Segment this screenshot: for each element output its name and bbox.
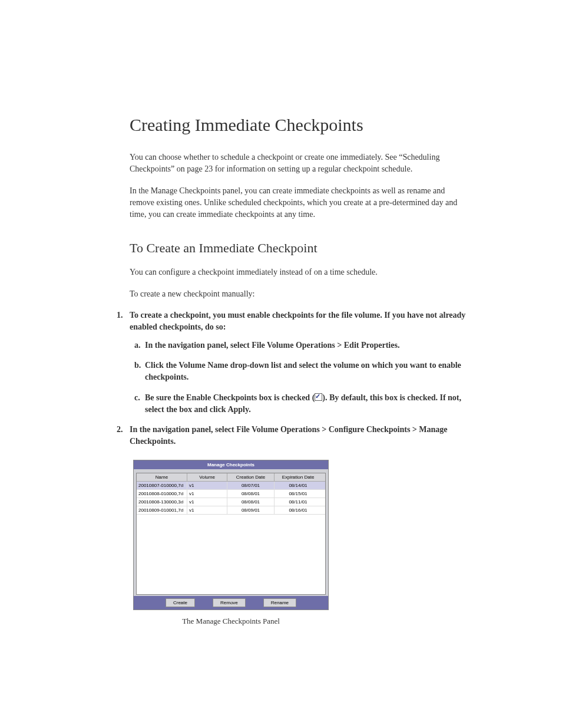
- section-heading: To Create an Immediate Checkpoint: [130, 241, 468, 256]
- page-heading: Creating Immediate Checkpoints: [130, 115, 468, 135]
- col-header-expiration-date[interactable]: Expiration Date: [275, 473, 322, 481]
- cell-name: 20010809-010001,7d: [137, 506, 187, 514]
- step-1b: Click the Volume Name drop-down list and…: [134, 360, 468, 384]
- panel-body: Name Volume Creation Date Expiration Dat…: [134, 469, 328, 596]
- table-row[interactable]: 20010808-130000,3dv108/08/0108/11/01: [137, 498, 325, 506]
- col-header-creation-date[interactable]: Creation Date: [227, 473, 275, 481]
- cell-expiration-date: 08/16/01: [275, 506, 322, 514]
- step-1a: In the navigation panel, select File Vol…: [134, 340, 468, 351]
- cell-creation-date: 08/08/01: [227, 490, 275, 498]
- cell-volume: v1: [187, 506, 227, 514]
- cell-name: 20010808-010000,7d: [137, 490, 187, 498]
- manage-checkpoints-panel: Manage Checkpoints Name Volume Creation …: [133, 460, 329, 610]
- create-button[interactable]: Create: [166, 598, 195, 607]
- cell-name: 20010807-010000,7d: [137, 482, 187, 489]
- cell-creation-date: 08/07/01: [227, 482, 275, 489]
- intro-paragraph-1: You can choose whether to schedule a che…: [130, 151, 468, 176]
- section-paragraph-1: You can configure a checkpoint immediate…: [130, 266, 468, 278]
- cell-expiration-date: 08/11/01: [275, 498, 322, 506]
- panel-footer: Create Remove Rename: [134, 596, 328, 610]
- table-header-row: Name Volume Creation Date Expiration Dat…: [137, 473, 325, 482]
- cell-expiration-date: 08/14/01: [275, 482, 322, 489]
- step-2: In the navigation panel, select File Vol…: [119, 424, 468, 448]
- checkbox-checked-icon: [315, 393, 322, 401]
- intro-paragraph-2: In the Manage Checkpoints panel, you can…: [130, 185, 468, 221]
- step-1-substeps: In the navigation panel, select File Vol…: [134, 340, 468, 416]
- remove-button[interactable]: Remove: [213, 598, 246, 607]
- cell-expiration-date: 08/15/01: [275, 490, 322, 498]
- checkpoints-table: Name Volume Creation Date Expiration Dat…: [136, 473, 326, 595]
- step-1-text: To create a checkpoint, you must enable …: [130, 311, 465, 331]
- section-paragraph-2: To create a new checkpoint manually:: [130, 288, 468, 300]
- table-body: 20010807-010000,7dv108/07/0108/14/012001…: [137, 482, 325, 515]
- manage-checkpoints-figure: Manage Checkpoints Name Volume Creation …: [133, 460, 329, 627]
- rename-button[interactable]: Rename: [263, 598, 296, 607]
- col-header-volume[interactable]: Volume: [187, 473, 227, 481]
- panel-title: Manage Checkpoints: [134, 460, 328, 469]
- cell-volume: v1: [187, 498, 227, 506]
- figure-caption: The Manage Checkpoints Panel: [133, 616, 329, 627]
- table-row[interactable]: 20010808-010000,7dv108/08/0108/15/01: [137, 490, 325, 498]
- step-1c: Be sure the Enable Checkpoints box is ch…: [134, 392, 468, 416]
- col-header-name[interactable]: Name: [137, 473, 187, 481]
- table-row[interactable]: 20010809-010001,7dv108/09/0108/16/01: [137, 506, 325, 515]
- document-page: Creating Immediate Checkpoints You can c…: [0, 0, 562, 691]
- step-1c-before: Be sure the Enable Checkpoints box is ch…: [145, 393, 315, 402]
- cell-volume: v1: [187, 490, 227, 498]
- cell-volume: v1: [187, 482, 227, 489]
- procedure-list: To create a checkpoint, you must enable …: [130, 309, 468, 448]
- step-1: To create a checkpoint, you must enable …: [119, 309, 468, 416]
- cell-creation-date: 08/09/01: [227, 506, 275, 514]
- cell-creation-date: 08/08/01: [227, 498, 275, 506]
- table-row[interactable]: 20010807-010000,7dv108/07/0108/14/01: [137, 482, 325, 490]
- cell-name: 20010808-130000,3d: [137, 498, 187, 506]
